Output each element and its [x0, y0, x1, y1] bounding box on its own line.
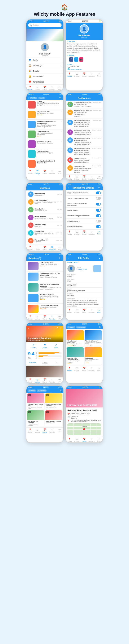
nav-more[interactable]: •••More — [95, 72, 102, 77]
nav-events[interactable]: 📅 Events — [41, 86, 48, 90]
menu-item-listings[interactable]: 📋 Listings (7) › — [26, 63, 63, 68]
tab-scanner[interactable]: Scanner Barcode — [39, 361, 51, 365]
nav-more[interactable]: •••More — [56, 315, 63, 320]
fav-item[interactable]: La Nouvelle Eve Concerts & Shows in Pari… — [26, 261, 63, 272]
nav-more[interactable]: ••• More — [56, 86, 63, 90]
search-icon[interactable]: 🔍 — [59, 97, 62, 99]
nav-events[interactable]: 📅Events — [80, 72, 88, 77]
nav-listings[interactable]: ☰Listings — [34, 378, 41, 383]
toggle-2[interactable] — [96, 203, 101, 206]
nav-favorites[interactable]: ♡Favorites — [88, 438, 95, 442]
nav-events[interactable]: 📅Events — [80, 367, 88, 371]
back-button[interactable]: ‹ — [68, 390, 68, 394]
nav-events[interactable]: 📅Events — [80, 309, 88, 313]
search-icon[interactable]: 🔍 — [99, 326, 101, 328]
list-item[interactable]: Positano Ristò Restaurants in Singapore … — [26, 149, 63, 159]
nav-more[interactable]: •••More — [56, 170, 63, 174]
search-icon[interactable]: 🔍 — [98, 187, 100, 189]
event-card[interactable]: 8.5 Tago Mago is Tropical New York, USA — [45, 410, 62, 426]
nav-listings[interactable]: ☰Listings — [73, 175, 80, 180]
filter-regions[interactable]: All Regions — [28, 390, 36, 392]
nav-listings[interactable]: ☰Listings — [34, 315, 41, 320]
nav-events[interactable]: 📅Events — [80, 438, 88, 442]
notif-item[interactable]: 🏪 La Village Margaret Carroll just left … — [66, 156, 102, 164]
nav-events[interactable]: 📅Events — [41, 315, 48, 320]
nav-listings[interactable]: ☰Listings — [73, 438, 80, 442]
nav-more[interactable]: •••More — [95, 367, 102, 371]
toggle-0[interactable] — [96, 192, 101, 194]
menu-item-favorites[interactable]: ❤️ Favorites (5) › — [26, 79, 63, 85]
nav-more[interactable]: •••More — [95, 309, 102, 313]
nav-nearby[interactable]: 📍Nearby — [66, 72, 73, 77]
nav-more[interactable]: •••More — [56, 246, 63, 250]
nav-favorites[interactable]: ♡Favorites — [48, 315, 56, 320]
nav-favorites[interactable]: ♡Favorites — [48, 378, 56, 383]
notif-item[interactable]: 🏛 The Museo Nacional de Antropología Mar… — [66, 146, 102, 156]
toggle-3[interactable] — [96, 209, 101, 212]
event-card[interactable]: 6.5 Barcelona Die Gutierro... Palat de l… — [27, 410, 44, 426]
filter-regions[interactable]: All Regions — [67, 326, 76, 328]
action-claim[interactable]: ✓ Claim — [54, 344, 58, 348]
menu-item-profile[interactable]: 👤 Profile › — [26, 58, 63, 63]
msg-item[interactable]: K Keith Oliver We invite you to our offi… — [26, 229, 63, 237]
notif-item[interactable]: 🍴 Restaurante Bixio Keith Oliver just le… — [66, 128, 102, 136]
nav-events[interactable]: 📅Events — [41, 378, 48, 383]
notif-item[interactable]: 🍽 Empanadas Bar Margaret Carroll just le… — [66, 164, 102, 174]
nav-more[interactable]: •••More — [95, 438, 102, 442]
grid-card[interactable]: Westfield Sydney Westfield Sydney Shoppi… — [84, 330, 102, 346]
search-icon[interactable]: 🔍 — [60, 390, 62, 392]
notif-item[interactable]: 🏛 The Museo Nacional de Antropología Kei… — [66, 136, 102, 146]
nav-listings[interactable]: ☰Listings — [73, 72, 80, 77]
nav-listings[interactable]: ☰ Listings — [34, 86, 41, 90]
nav-more[interactable]: •••More — [56, 428, 63, 433]
list-item[interactable]: La Village Shopping outlet de créateurs … — [26, 100, 63, 110]
nav-events[interactable]: 📅Events — [80, 175, 88, 180]
nav-favorites[interactable]: ♡Favorites — [88, 309, 95, 313]
nav-favorites[interactable]: ✉Messages — [48, 246, 56, 250]
filter-categories[interactable]: All Categories — [37, 390, 46, 392]
filter-categories[interactable]: All Categories — [76, 326, 86, 328]
save-icon[interactable]: ✓ — [99, 257, 100, 259]
search-input[interactable]: 🔍 Search — [28, 23, 62, 27]
nav-nearby[interactable]: 📍Nearby — [26, 170, 34, 174]
msg-item[interactable]: H Helen Hudson Meeting around at 10:00AM… — [26, 214, 63, 222]
msg-item[interactable]: S Sean Griffin New project for you 3:25 … — [26, 206, 63, 214]
filter-1[interactable]: Red Dot — [30, 97, 38, 99]
grid-card[interactable]: Haze Food Haze Food. Haze Food Restauran… — [84, 347, 102, 365]
nav-more[interactable]: •••More — [95, 230, 102, 235]
list-item[interactable]: Empanadas Bar Restaurants in Sao Paulo ★… — [26, 110, 63, 120]
list-item[interactable]: Restaurante Bixio Restaurants in Barcelo… — [26, 139, 63, 149]
nav-nearby[interactable]: 📍 Nearby — [26, 86, 34, 90]
toggle-5[interactable] — [96, 220, 101, 222]
toggle-6[interactable] — [96, 225, 101, 228]
nav-events[interactable]: 📅Events — [41, 246, 48, 250]
fav-item[interactable]: Westfield Sydney Westfield Sydney Shoppi… — [26, 293, 63, 304]
event-map[interactable]: New York — [68, 424, 101, 435]
nav-events[interactable]: 📅Events — [80, 230, 88, 235]
heart-icon[interactable]: ♡ — [60, 326, 62, 329]
nav-favorites[interactable]: ♡Favorites — [88, 175, 95, 180]
list-item[interactable]: Indulge Fusion Food & Cocktail Bar › — [26, 159, 63, 169]
menu-item-events[interactable]: 🎉 Events › — [26, 68, 63, 74]
action-report[interactable]: ⚑ Report — [43, 344, 47, 348]
action-share[interactable]: ↗ Share — [32, 344, 36, 348]
twitter-btn[interactable]: t — [74, 58, 78, 62]
back-icon[interactable]: ‹ — [28, 97, 29, 99]
tab-information[interactable]: Information — [26, 361, 39, 365]
notif-item[interactable]: 🍽 Empanadas Bar Jean Diaz just left a re… — [66, 108, 102, 118]
nav-nearby[interactable]: 📍Nearby — [66, 175, 73, 180]
toggle-4[interactable] — [96, 214, 101, 217]
nav-more[interactable]: •••More — [56, 378, 63, 383]
msg-item[interactable]: A Amanda Patel Hi Parker! 2:22 PM — [26, 222, 63, 229]
nav-favorites[interactable]: ♡ Favorites — [48, 86, 56, 90]
menu-item-notifications[interactable]: 🔔 Notifications › — [26, 74, 63, 79]
event-card[interactable]: 5.5 Fairway Food Festival 2018 San Franc… — [27, 394, 44, 410]
fav-item[interactable]: Chontaduro Barcelona Restaurants in Barc… — [26, 304, 63, 314]
toggle-1[interactable] — [96, 197, 101, 200]
grid-card[interactable]: Sala Roj Thai Traditional Mas... Sala Ro… — [66, 347, 84, 365]
nav-listings[interactable]: ☰Listings — [73, 367, 80, 371]
nav-nearby[interactable]: 📍Nearby — [26, 246, 34, 250]
nav-listings[interactable]: ☰Listings — [34, 428, 41, 433]
notif-item[interactable]: 🏛 The Museo Nacional de Antropología Jea… — [66, 118, 102, 128]
facebook-btn[interactable]: f — [69, 58, 73, 62]
